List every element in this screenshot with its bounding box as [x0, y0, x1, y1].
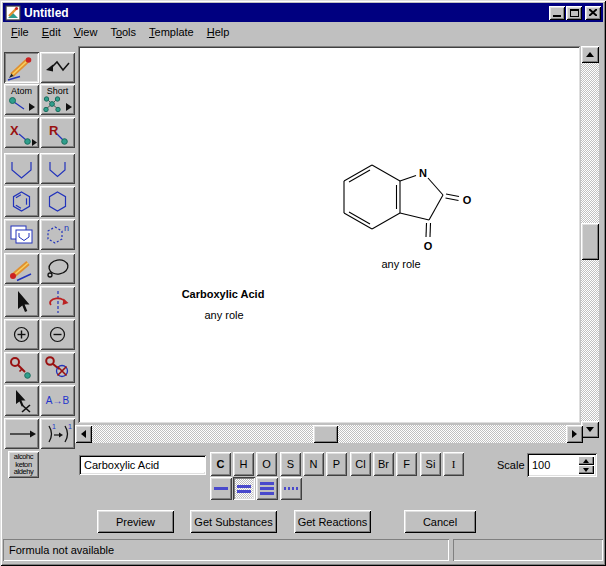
lasso-icon: [41, 255, 74, 282]
svg-text:n: n: [64, 223, 69, 233]
menu-file[interactable]: File: [5, 24, 35, 40]
charge-plus-tool[interactable]: [4, 319, 39, 350]
lasso-tool[interactable]: [40, 253, 75, 284]
cancel-button[interactable]: Cancel: [404, 510, 476, 533]
scroll-down-button[interactable]: [581, 421, 599, 438]
vertical-scrollbar[interactable]: [581, 46, 599, 438]
rgroup-tool[interactable]: R: [40, 117, 75, 148]
single-bond-button[interactable]: [210, 477, 232, 500]
get-reactions-button[interactable]: Get Reactions: [294, 510, 371, 533]
svg-text:1: 1: [68, 423, 72, 430]
window-title: Untitled: [24, 6, 548, 20]
spin-down-icon: [583, 468, 589, 472]
element-button-o[interactable]: O: [256, 452, 277, 476]
close-icon: [589, 9, 597, 16]
element-button-p[interactable]: P: [326, 452, 347, 476]
shortcut-tool[interactable]: Short: [40, 84, 75, 115]
draw-bond-tool[interactable]: [4, 52, 39, 83]
select-tool[interactable]: [4, 286, 39, 317]
chain-icon: [41, 54, 74, 81]
titlebar[interactable]: Untitled: [3, 3, 603, 22]
template-tool[interactable]: [4, 219, 39, 250]
menu-tools[interactable]: Tools: [104, 24, 142, 40]
functional-group-button[interactable]: alcohc keton aldehy: [8, 451, 39, 478]
maximize-icon: [570, 9, 579, 17]
element-button-h[interactable]: H: [233, 452, 254, 476]
ring5-tool[interactable]: [40, 153, 75, 184]
pencil-icon: [5, 54, 38, 81]
key-atom-icon: [5, 354, 38, 381]
scale-spin-up[interactable]: [578, 456, 594, 465]
status-message: Formula not available: [3, 539, 449, 561]
rotate-tool[interactable]: [40, 286, 75, 317]
element-button-si[interactable]: Si: [420, 452, 441, 476]
horizontal-scroll-thumb[interactable]: [313, 425, 338, 443]
menu-help[interactable]: Help: [201, 24, 236, 40]
scroll-left-button[interactable]: [75, 425, 92, 443]
query-name-field-wrap: [79, 455, 206, 475]
structure-role-label: any role: [381, 258, 420, 270]
no-move-tool[interactable]: [4, 385, 39, 416]
svg-text:X: X: [10, 123, 19, 138]
maximize-button[interactable]: [566, 6, 582, 20]
charge-minus-tool[interactable]: [40, 319, 75, 350]
ring5-open-icon: [5, 155, 38, 182]
svg-text:1: 1: [52, 423, 56, 430]
element-button-cl[interactable]: Cl: [350, 452, 371, 476]
variable-ring-tool[interactable]: n: [40, 219, 75, 250]
drawing-canvas[interactable]: N O O any role Carboxylic Acid any role: [78, 46, 580, 423]
preview-button[interactable]: Preview: [97, 510, 174, 533]
menu-bar: File Edit View Tools Template Help: [3, 22, 605, 42]
get-substances-button[interactable]: Get Substances: [190, 510, 277, 533]
arrow-right-icon: [5, 420, 38, 447]
element-button-i[interactable]: I: [443, 452, 464, 476]
structure-isatin: N O O: [78, 46, 580, 423]
reaction-arrow-tool[interactable]: [4, 418, 39, 449]
atom-icon: [5, 96, 38, 113]
app-icon: [5, 5, 21, 21]
lock-ring-tool[interactable]: [40, 352, 75, 383]
rotate-icon: [41, 288, 74, 315]
lock-atom-tool[interactable]: [4, 352, 39, 383]
element-button-s[interactable]: S: [280, 452, 301, 476]
element-button-f[interactable]: F: [396, 452, 417, 476]
scroll-right-button[interactable]: [566, 425, 583, 443]
atom-map-label: A→B: [46, 395, 69, 406]
close-button[interactable]: [585, 6, 601, 20]
scale-input[interactable]: [530, 456, 574, 474]
element-button-n[interactable]: N: [303, 452, 324, 476]
menu-view[interactable]: View: [68, 24, 104, 40]
menu-edit[interactable]: Edit: [36, 24, 67, 40]
element-button-br[interactable]: Br: [373, 452, 394, 476]
menu-template[interactable]: Template: [143, 24, 200, 40]
svg-text:R: R: [49, 123, 59, 138]
dashed-bond-button[interactable]: [280, 477, 302, 500]
triple-bond-button[interactable]: [256, 477, 278, 500]
left-arrow-icon: [81, 430, 86, 438]
atom-tool[interactable]: Atom: [4, 84, 39, 115]
ring6-tool[interactable]: [40, 186, 75, 217]
rgroup-icon: R: [41, 119, 74, 146]
scale-spin-down[interactable]: [578, 465, 594, 474]
double-bond-button[interactable]: [233, 477, 255, 500]
minimize-icon: [553, 15, 561, 17]
any-atom-tool[interactable]: X: [4, 117, 39, 148]
template-icon: [5, 221, 38, 248]
minimize-button[interactable]: [549, 6, 565, 20]
vertical-scroll-thumb[interactable]: [581, 223, 599, 260]
reaction-role-tool[interactable]: 1 1: [40, 418, 75, 449]
plus-circle-icon: [5, 321, 38, 348]
query-name-input[interactable]: [82, 458, 205, 472]
chain-tool[interactable]: [40, 52, 75, 83]
benzene-tool[interactable]: [4, 186, 39, 217]
horizontal-scrollbar[interactable]: [75, 425, 583, 443]
key-ring-icon: [41, 354, 74, 381]
eraser-tool[interactable]: [4, 253, 39, 284]
ring5-open-tool[interactable]: [4, 153, 39, 184]
atom-map-tool[interactable]: A→B: [40, 385, 75, 416]
element-button-c[interactable]: C: [210, 452, 231, 476]
shortcut-icon: [41, 96, 74, 113]
scroll-up-button[interactable]: [581, 46, 599, 63]
spin-up-icon: [583, 459, 589, 463]
triple-bond-icon: [260, 487, 274, 490]
